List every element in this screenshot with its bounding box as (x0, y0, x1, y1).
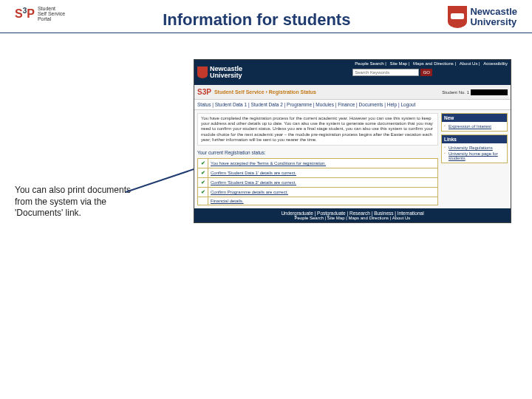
s3p-mark: S3P (15, 7, 35, 21)
uni-name-2: University (470, 17, 517, 27)
ss-footer: Undergraduate | Postgraduate | Research … (194, 208, 511, 222)
s3p-sub: Student Self Service Portal (38, 6, 65, 21)
check-icon: ✔ (201, 180, 205, 185)
ss-topbar: Newcastle University People Search | Sit… (194, 60, 511, 85)
ss-uni2: University (210, 72, 242, 79)
intro-paragraph: You have completed the registration proc… (197, 113, 438, 146)
search-input[interactable] (352, 69, 419, 76)
toplink[interactable]: Site Map (390, 61, 408, 66)
table-row: Financial details. (198, 197, 438, 205)
toplink[interactable]: People Search (355, 61, 383, 66)
s3p-logo: S3P Student Self Service Portal (15, 6, 65, 21)
page-title: Information for students (163, 10, 350, 30)
redacted-block (471, 89, 508, 95)
table-row: ✔You have accepted the Terms & Condition… (198, 158, 438, 168)
search-go-button[interactable]: GO (420, 69, 432, 76)
status-heading: Your current Registration status: (197, 149, 438, 158)
ss-uni-logo: Newcastle University (197, 61, 242, 83)
status-table: ✔You have accepted the Terms & Condition… (197, 158, 438, 205)
status-link[interactable]: Confirm Programme details are correct. (208, 187, 438, 197)
check-icon: ✔ (201, 189, 205, 194)
shield-icon (448, 6, 467, 28)
table-row: ✔Confirm 'Student Data 1' details are co… (198, 168, 438, 177)
student-no-label: Student No. 1 (442, 90, 469, 95)
status-link[interactable]: You have accepted the Terms & Conditions… (208, 158, 438, 168)
status-link[interactable]: Confirm 'Student Data 2' details are cor… (208, 177, 438, 187)
side-box-new: New Expression of Interest (441, 113, 508, 132)
footer-row-1[interactable]: Undergraduate | Postgraduate | Research … (194, 211, 511, 216)
side-link[interactable]: University home page for students (444, 151, 505, 161)
ss-tab-nav[interactable]: Status | Student Data 1 | Student Data 2… (194, 100, 511, 110)
table-row: ✔Confirm 'Student Data 2' details are co… (198, 177, 438, 187)
toplink[interactable]: Accessibility (483, 61, 508, 66)
status-link[interactable]: Confirm 'Student Data 1' details are cor… (208, 168, 438, 177)
uni-name-1: Newcastle (470, 7, 517, 17)
ss-top-links: People Search | Site Map | Maps and Dire… (352, 61, 508, 66)
university-logo: Newcastle University (448, 6, 517, 28)
slide-caption: You can also print documents from the sy… (15, 185, 148, 219)
table-row: ✔Confirm Programme details are correct. (198, 187, 438, 197)
toplink[interactable]: About Us (460, 61, 478, 66)
side-link[interactable]: Expression of Interest (444, 123, 505, 129)
toplink[interactable]: Maps and Directions (413, 61, 454, 66)
portal-screenshot: Newcastle University People Search | Sit… (194, 59, 511, 223)
status-link[interactable]: Financial details. (208, 197, 438, 205)
ss-breadcrumb-bar: S3P Student Self Service › Registration … (194, 85, 511, 100)
side-box-links: Links University Regulations University … (441, 134, 508, 163)
shield-icon (197, 66, 208, 78)
ss-s3p-logo: S3P (197, 88, 211, 96)
side-heading: New (442, 114, 507, 122)
breadcrumb: Student Self Service › Registration Stat… (214, 89, 316, 95)
side-heading: Links (442, 135, 507, 143)
footer-row-2[interactable]: People Search | Site Map | Maps and Dire… (194, 216, 511, 220)
check-icon: ✔ (201, 170, 205, 175)
check-icon: ✔ (201, 160, 205, 166)
side-link[interactable]: University Regulations (444, 145, 505, 151)
